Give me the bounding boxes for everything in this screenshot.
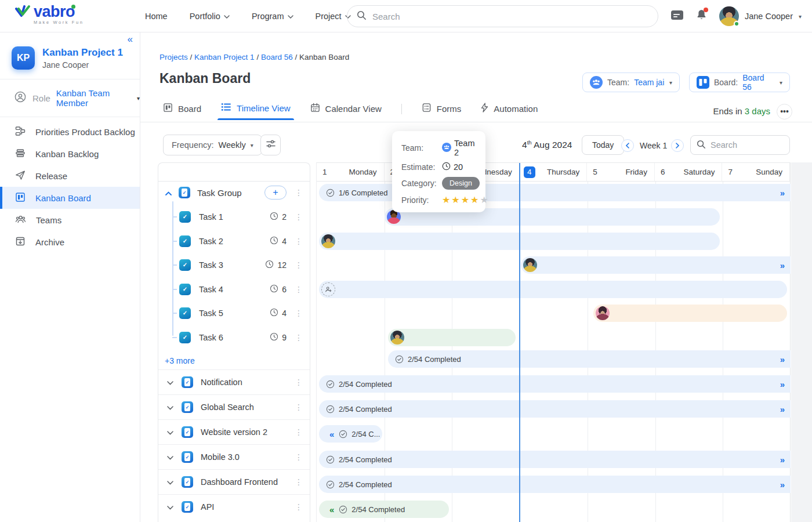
more-options-button[interactable]: •••	[777, 104, 792, 119]
nav-item-project[interactable]: Project	[316, 12, 351, 21]
today-button[interactable]: Today	[582, 135, 624, 155]
timeline-bar[interactable]	[319, 281, 787, 298]
group-row-notification[interactable]: Notification ⋮	[158, 369, 310, 394]
messages-icon[interactable]	[670, 9, 684, 23]
breadcrumb-link-board-56[interactable]: Board 56	[261, 53, 293, 61]
timeline-bar[interactable]: 2/54 Completed»	[319, 451, 791, 468]
continues-right-icon[interactable]: »	[780, 404, 785, 414]
breadcrumb-link-kanban-project-1[interactable]: Kanban Project 1	[194, 53, 255, 61]
group-row-global-search[interactable]: Global Search ⋮	[158, 394, 310, 419]
tab-automation[interactable]: Automation	[481, 103, 538, 121]
continues-right-icon[interactable]: »	[780, 455, 785, 465]
timeline-search-input[interactable]: Search	[690, 135, 790, 155]
task-row-task-5[interactable]: Task 5 4 ⋮	[158, 304, 310, 322]
user-menu[interactable]: Jane Cooper ▾	[719, 6, 802, 26]
role-selector[interactable]: Role Kanban Team Member ▾	[0, 79, 140, 117]
timeline-bar[interactable]: 2/54 Completed»	[319, 375, 791, 393]
project-avatar: KP	[12, 46, 35, 70]
add-assignee-icon[interactable]	[321, 282, 335, 296]
board-selector[interactable]: Board: Board 56 ▾	[689, 72, 790, 92]
continues-right-icon[interactable]: »	[780, 480, 785, 490]
timeline-bar[interactable]: «2/54 Completed	[319, 501, 449, 518]
vabro-logo[interactable]: vabro Make Work Fun	[15, 4, 84, 25]
sidebar-item-kanban-backlog[interactable]: Kanban Backlog	[0, 143, 140, 165]
chevron-down-icon[interactable]	[167, 477, 173, 487]
global-search-input[interactable]: Search	[347, 5, 658, 27]
continues-left-icon: «	[329, 505, 334, 514]
next-week-button[interactable]	[671, 139, 684, 152]
task-row-task-1[interactable]: Task 1 2 ⋮	[158, 208, 310, 226]
task-row-task-6[interactable]: Task 6 9 ⋮	[158, 329, 310, 346]
kebab-menu-icon[interactable]: ⋮	[295, 285, 303, 294]
kebab-menu-icon[interactable]: ⋮	[295, 212, 303, 222]
kebab-menu-icon[interactable]: ⋮	[295, 427, 303, 437]
previous-week-button[interactable]	[621, 139, 634, 152]
kebab-menu-icon[interactable]: ⋮	[295, 403, 303, 412]
sidebar-item-priorities-product-backlog[interactable]: Priorities Product Backlog	[0, 121, 140, 143]
timeline-bar[interactable]: 2/54 Completed»	[319, 400, 791, 418]
chevron-down-icon[interactable]	[167, 377, 173, 387]
kebab-menu-icon[interactable]: ⋮	[295, 260, 303, 270]
continues-right-icon[interactable]: »	[780, 354, 785, 364]
task-row-task-3[interactable]: Task 3 12 ⋮	[158, 256, 310, 274]
group-row-website-version-2[interactable]: Website version 2 ⋮	[158, 419, 310, 444]
sidebar-item-kanban-board[interactable]: Kanban Board	[0, 187, 140, 209]
tab-timeline-view[interactable]: Timeline View	[221, 103, 291, 120]
kebab-menu-icon[interactable]: ⋮	[295, 188, 303, 197]
timeline-bar[interactable]	[593, 304, 787, 322]
sidebar-item-teams[interactable]: Teams	[0, 209, 140, 231]
kebab-menu-icon[interactable]: ⋮	[295, 378, 303, 387]
check-circle-icon	[395, 355, 404, 364]
nav-item-home[interactable]: Home	[145, 12, 168, 21]
tab-divider	[401, 104, 402, 114]
kebab-menu-icon[interactable]: ⋮	[295, 333, 303, 342]
nav-item-portfolio[interactable]: Portfolio	[190, 12, 230, 21]
nav-item-program[interactable]: Program	[252, 12, 293, 21]
task-row-task-2[interactable]: Task 2 4 ⋮	[158, 233, 310, 250]
tabs-bar: Board Timeline View Calendar View Forms …	[140, 103, 812, 122]
team-label: Team:	[607, 78, 629, 87]
continues-right-icon[interactable]: »	[780, 260, 785, 270]
tab-calendar-view[interactable]: Calendar View	[310, 103, 382, 121]
chevron-up-icon[interactable]	[165, 187, 172, 198]
breadcrumb-link-projects[interactable]: Projects	[160, 53, 188, 61]
timeline-bar[interactable]: 2/54 Completed»	[388, 350, 791, 368]
timeline-bar[interactable]: «2/54 C...	[319, 425, 382, 443]
chevron-down-icon[interactable]	[167, 502, 173, 512]
sidebar-item-release[interactable]: Release	[0, 165, 140, 187]
show-more-link[interactable]: +3 more	[165, 356, 195, 365]
timeline-bar[interactable]	[388, 329, 516, 346]
project-owner: Jane Cooper	[42, 60, 123, 70]
team-selector[interactable]: Team: Team jai ▾	[582, 72, 680, 92]
group-row-api[interactable]: API ⋮	[158, 494, 310, 519]
tab-forms[interactable]: Forms	[422, 103, 462, 121]
filter-button[interactable]	[260, 135, 281, 155]
task-row-task-4[interactable]: Task 4 6 ⋮	[158, 281, 310, 298]
frequency-selector[interactable]: Frequency: Weekly ▾	[163, 135, 262, 155]
sidebar-collapse-icon[interactable]: «	[128, 34, 133, 45]
timeline-bar[interactable]: »	[521, 256, 791, 274]
sidebar-item-archive[interactable]: Archive	[0, 231, 140, 253]
continues-right-icon[interactable]: »	[780, 379, 785, 389]
chevron-down-icon[interactable]	[167, 427, 173, 437]
kebab-menu-icon[interactable]: ⋮	[295, 502, 303, 512]
notifications-bell-icon[interactable]	[695, 9, 708, 24]
timeline-bar[interactable]: 1/6 Completed»	[319, 184, 791, 201]
kebab-menu-icon[interactable]: ⋮	[295, 477, 303, 487]
group-row-mobile-3-0[interactable]: Mobile 3.0 ⋮	[158, 444, 310, 469]
group-row-dashboard-frontend[interactable]: Dashboard Frontend ⋮	[158, 469, 310, 494]
continues-right-icon[interactable]: »	[780, 188, 785, 198]
kebab-menu-icon[interactable]: ⋮	[295, 237, 303, 246]
chevron-down-icon[interactable]	[167, 402, 173, 412]
clock-icon	[270, 236, 278, 246]
tab-board[interactable]: Board	[163, 103, 201, 121]
add-task-button[interactable]: +	[264, 186, 287, 200]
kebab-menu-icon[interactable]: ⋮	[295, 452, 303, 462]
timeline-bar[interactable]: 2/54 Completed»	[319, 476, 791, 493]
task-group-row[interactable]: Task Group + ⋮	[158, 184, 310, 201]
star-icon: ★	[451, 195, 461, 205]
day-header-sunday: 7 Sunday	[722, 163, 790, 181]
task-icon	[179, 307, 191, 319]
chevron-down-icon[interactable]	[167, 452, 173, 462]
kebab-menu-icon[interactable]: ⋮	[295, 309, 303, 318]
